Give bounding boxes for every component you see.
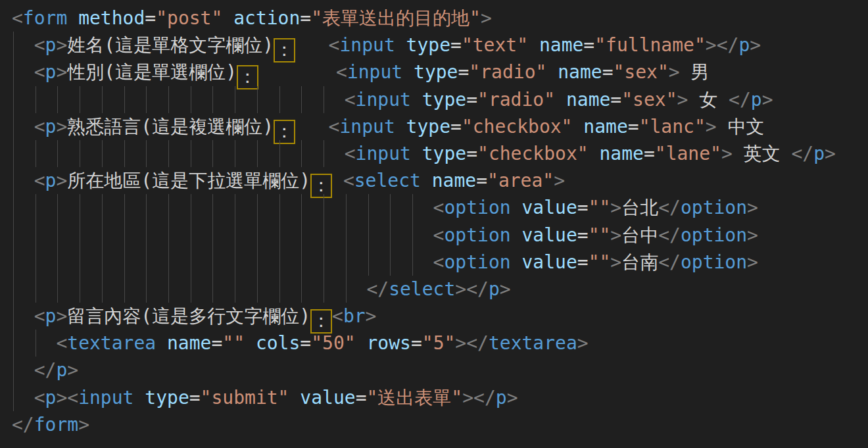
text-content xyxy=(402,61,414,83)
text-content xyxy=(12,359,34,381)
code-line: <option value="">台北</option> xyxy=(12,194,868,221)
tag-punctuation: > xyxy=(610,197,621,218)
equals-sign: = xyxy=(644,143,655,164)
attribute-name: name xyxy=(558,61,602,83)
text-content xyxy=(258,61,336,83)
code-line-content: </select></p> xyxy=(12,278,511,300)
code-line-content: </form> xyxy=(12,414,89,436)
code-line: <input type="checkbox" name="lane"> 英文 <… xyxy=(12,140,868,167)
tag-name: option xyxy=(681,197,747,218)
text-content xyxy=(555,89,566,111)
equals-sign: = xyxy=(458,61,469,83)
attribute-name: name xyxy=(599,143,643,164)
tag-punctuation: < xyxy=(343,170,354,191)
attribute-name: value xyxy=(521,224,577,246)
code-line-content: <p>熟悉語言(這是複選欄位)： <input type="checkbox" … xyxy=(12,116,765,137)
tag-punctuation: > xyxy=(500,278,511,300)
code-line-content: <p>所在地區(這是下拉選單欄位)： <select name="area"> xyxy=(12,170,565,191)
tag-punctuation: < xyxy=(329,34,340,56)
text-content xyxy=(12,61,34,83)
text-content xyxy=(295,34,329,56)
text-content xyxy=(395,116,406,137)
code-line: </p> xyxy=(12,357,868,384)
tag-punctuation: > xyxy=(610,251,621,273)
string-value: "" xyxy=(589,224,611,246)
attribute-name: name xyxy=(167,332,211,354)
equals-sign: = xyxy=(450,116,462,137)
string-value: "area" xyxy=(487,170,554,191)
tag-punctuation: < xyxy=(345,143,356,164)
tag-punctuation: > xyxy=(825,143,836,164)
attribute-name: type xyxy=(145,387,189,409)
tag-name: form xyxy=(23,7,67,29)
text-content: 性別(這是單選欄位) xyxy=(67,61,237,83)
attribute-name: cols xyxy=(256,332,300,354)
text-content xyxy=(12,251,433,273)
tag-punctuation: > xyxy=(507,387,518,409)
text-content: 台北 xyxy=(621,197,658,218)
tag-punctuation: </ xyxy=(658,197,681,218)
tag-name: p xyxy=(489,278,500,300)
text-content xyxy=(511,224,522,246)
tag-punctuation: </ xyxy=(466,332,489,354)
equals-sign: = xyxy=(356,387,367,409)
tag-name: p xyxy=(45,305,57,327)
text-content xyxy=(511,197,522,218)
tag-punctuation: > xyxy=(455,278,466,300)
text-content xyxy=(12,224,433,246)
tag-punctuation: > xyxy=(56,116,67,137)
tag-punctuation: < xyxy=(433,197,445,218)
tag-name: p xyxy=(45,170,57,191)
code-line-content: <option value="">台北</option> xyxy=(12,197,758,218)
text-content xyxy=(546,61,558,83)
code-line-content: <input type="checkbox" name="lane"> 英文 <… xyxy=(12,143,836,164)
string-value: "sex" xyxy=(614,61,669,83)
tag-punctuation: > xyxy=(56,305,67,327)
tag-name: p xyxy=(496,387,507,409)
tag-punctuation: > xyxy=(554,170,565,191)
tag-punctuation: > xyxy=(706,116,717,137)
tag-punctuation: < xyxy=(12,7,23,29)
code-line: </form> xyxy=(12,411,868,438)
tag-punctuation: </ xyxy=(792,143,814,164)
tag-name: input xyxy=(347,61,402,83)
tag-punctuation: > xyxy=(366,305,377,327)
tag-name: p xyxy=(45,34,57,56)
text-content xyxy=(12,332,56,354)
tag-punctuation: < xyxy=(34,305,45,327)
tag-punctuation: </ xyxy=(658,224,681,246)
equals-sign: = xyxy=(411,332,422,354)
code-line: <p>性別(這是單選欄位)： <input type="radio" name=… xyxy=(12,59,868,86)
tag-punctuation: > xyxy=(721,143,733,164)
text-content xyxy=(12,116,34,137)
code-editor[interactable]: <form method="post" action="表單送出的目的地"> <… xyxy=(0,0,868,448)
tag-name: option xyxy=(681,224,747,246)
code-line: <p><input type="submit" value="送出表單"></p… xyxy=(12,384,868,411)
equals-sign: = xyxy=(189,387,201,409)
code-line-content: </p> xyxy=(12,359,78,381)
text-content xyxy=(156,332,167,354)
text-content: 台中 xyxy=(621,224,658,246)
text-content xyxy=(421,170,432,191)
tag-punctuation: < xyxy=(34,116,45,137)
tag-punctuation: > xyxy=(67,359,78,381)
string-value: "post" xyxy=(156,7,222,29)
equals-sign: = xyxy=(577,197,589,218)
equals-sign: = xyxy=(300,7,311,29)
code-line-content: <option value="">台南</option> xyxy=(12,251,758,273)
equals-sign: = xyxy=(466,143,477,164)
code-line: <textarea name="" cols="50" rows="5"></t… xyxy=(12,330,868,357)
tag-name: input xyxy=(356,143,411,164)
attribute-name: type xyxy=(422,143,466,164)
code-line-content: <input type="radio" name="sex"> 女 </p> xyxy=(12,89,773,111)
string-value: "checkbox" xyxy=(477,143,589,164)
tag-name: p xyxy=(56,359,67,381)
tag-punctuation: > xyxy=(669,61,680,83)
text-content: 留言內容(這是多行文字欄位) xyxy=(67,305,310,327)
equals-sign: = xyxy=(628,116,639,137)
attribute-name: name xyxy=(539,34,583,56)
text-content xyxy=(133,387,145,409)
equals-sign: = xyxy=(450,34,462,56)
code-line: <p>所在地區(這是下拉選單欄位)： <select name="area"> xyxy=(12,167,868,194)
tag-punctuation: > xyxy=(677,89,688,111)
